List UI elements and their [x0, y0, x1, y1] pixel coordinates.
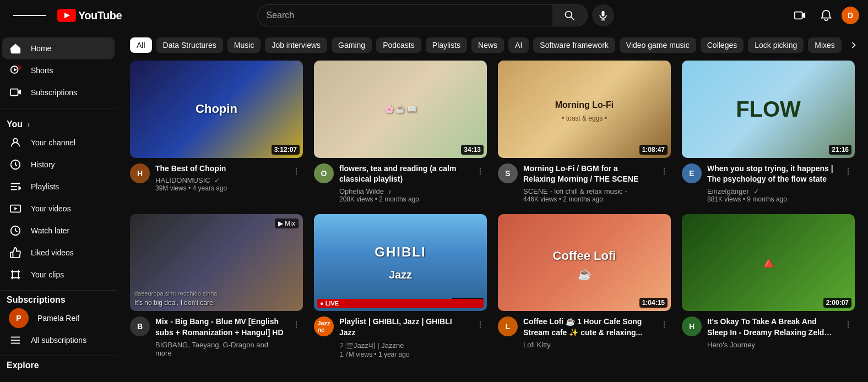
video-title-flowers: flowers, tea and reading (a calm classic…: [339, 163, 468, 185]
notifications-button[interactable]: [815, 4, 837, 26]
filter-chip-all[interactable]: All: [130, 37, 152, 53]
filter-chip-gaming[interactable]: Gaming: [332, 37, 372, 53]
your-videos-icon: [9, 202, 22, 215]
video-card-zelda[interactable]: 🔺 2:00:07 H It's Okay To Take A Break An…: [682, 214, 855, 358]
channel-avatar-zelda[interactable]: H: [682, 316, 702, 336]
sidebar-item-home[interactable]: Home: [2, 37, 115, 59]
sidebar-item-your-clips[interactable]: Your clips: [2, 264, 115, 286]
thumbnail-zelda[interactable]: 🔺 2:00:07: [682, 214, 855, 312]
avatar-inner-lofi: S: [498, 163, 518, 183]
filter-chip-video-game-music[interactable]: Video game music: [620, 37, 696, 53]
all-subscriptions-icon: [9, 334, 22, 347]
more-options-coffeelofi[interactable]: ⋮: [658, 318, 671, 331]
video-card-ghibli[interactable]: GHIBLI Jazz 10:37:31 ● LIVE Jazzne Playl…: [314, 214, 487, 358]
filter-chip-playlists[interactable]: Playlists: [426, 37, 467, 53]
video-card-lofi[interactable]: Morning Lo-Fi • toast & eggs • 1:08:47 S…: [498, 61, 671, 203]
thumbnail-flow[interactable]: FLOW 21:16: [682, 61, 855, 158]
filter-chip-music[interactable]: Music: [227, 37, 261, 53]
video-meta-lofi: Morning Lo-Fi / BGM for a Relaxing Morni…: [523, 163, 652, 203]
video-title-chopin: The Best of Chopin: [155, 163, 284, 174]
sidebar-item-history[interactable]: History: [2, 154, 115, 176]
sidebar-label-liked-videos: Liked videos: [31, 248, 74, 257]
filter-chip-news[interactable]: News: [471, 37, 504, 53]
svg-point-12: [13, 139, 17, 143]
video-channel-coffeelofi: Lofi Kitty: [523, 341, 652, 349]
video-meta-bigbang: Mix - Big Bang - Blue MV [English subs +…: [155, 316, 284, 357]
more-options-zelda[interactable]: ⋮: [842, 318, 855, 331]
sidebar-item-your-channel[interactable]: Your channel: [2, 132, 115, 154]
voice-search-button[interactable]: [592, 4, 614, 26]
thumbnail-chopin[interactable]: Chopin 3:12:07: [130, 61, 303, 158]
thumbnail-coffeelofi[interactable]: Coffee Lofi ☕ 1:04:15: [498, 214, 671, 312]
mix-badge-bigbang: ▶ Mix: [275, 219, 299, 228]
sidebar-item-liked-videos[interactable]: Liked videos: [2, 242, 115, 264]
channel-avatar-flow[interactable]: E: [682, 163, 702, 183]
create-button[interactable]: [789, 4, 811, 26]
more-options-bigbang[interactable]: ⋮: [290, 318, 303, 331]
video-meta-coffeelofi: Coffee Lofi ☕ 1 Hour Cafe Song Stream ca…: [523, 316, 652, 348]
filter-chip-colleges[interactable]: Colleges: [701, 37, 744, 53]
sidebar-item-watch-later[interactable]: Watch later: [2, 220, 115, 242]
thumbnail-ghibli[interactable]: GHIBLI Jazz 10:37:31 ● LIVE: [314, 214, 487, 312]
channel-avatar-chopin[interactable]: H: [130, 163, 150, 183]
channel-avatar-flowers[interactable]: O: [314, 163, 334, 183]
youtube-logo[interactable]: YouTube: [57, 9, 122, 22]
sidebar-item-all-subscriptions[interactable]: All subscriptions: [2, 329, 115, 351]
sidebar-item-playlists[interactable]: Playlists: [2, 176, 115, 198]
filter-chip-mixes[interactable]: Mixes: [808, 37, 842, 53]
your-clips-icon: [9, 268, 22, 281]
sidebar-item-pamela-reif[interactable]: P Pamela Reif: [2, 307, 115, 329]
you-section-header: You ›: [0, 113, 117, 132]
video-card-coffeelofi[interactable]: Coffee Lofi ☕ 1:04:15 L Coffee Lofi ☕ 1 …: [498, 214, 671, 358]
filter-chip-ai[interactable]: AI: [508, 37, 529, 53]
video-info-zelda: H It's Okay To Take A Break And Sleep In…: [682, 316, 855, 348]
hamburger-menu-button[interactable]: [9, 9, 51, 22]
channel-avatar-coffeelofi[interactable]: L: [498, 316, 518, 336]
video-meta-flow: When you stop trying, it happens | The p…: [707, 163, 836, 203]
sidebar-divider-1: [0, 108, 117, 108]
avatar-inner-flow: E: [682, 163, 702, 183]
filter-chip-data-structures[interactable]: Data Structures: [156, 37, 223, 53]
sidebar-item-your-videos[interactable]: Your videos: [2, 198, 115, 220]
more-options-chopin[interactable]: ⋮: [290, 165, 303, 178]
filter-next-button[interactable]: [846, 37, 861, 53]
video-card-chopin[interactable]: Chopin 3:12:07 H The Best of Chopin HALI…: [130, 61, 303, 203]
channel-avatar-lofi[interactable]: S: [498, 163, 518, 183]
thumbnail-bigbang[interactable]: daeeuropa.simureochido.sinha It's no big…: [130, 214, 303, 312]
thumbnail-lofi[interactable]: Morning Lo-Fi • toast & eggs • 1:08:47: [498, 61, 671, 158]
sidebar-divider-3: [0, 356, 117, 356]
chevron-right-icon: [848, 40, 859, 51]
video-title-bigbang: Mix - Big Bang - Blue MV [English subs +…: [155, 316, 284, 338]
sidebar-item-shorts[interactable]: Shorts: [2, 59, 115, 81]
sidebar-label-home: Home: [31, 44, 51, 53]
filter-chip-lock-picking[interactable]: Lock picking: [748, 37, 804, 53]
video-card-flow[interactable]: FLOW 21:16 E When you stop trying, it ha…: [682, 61, 855, 203]
duration-badge-coffeelofi: 1:04:15: [639, 298, 668, 308]
video-stats-lofi: 446K views • 2 months ago: [523, 195, 652, 203]
video-card-bigbang[interactable]: daeeuropa.simureochido.sinha It's no big…: [130, 214, 303, 358]
thumb-image-chopin: Chopin: [130, 61, 303, 158]
more-options-ghibli[interactable]: ⋮: [474, 318, 487, 331]
sidebar-label-playlists: Playlists: [31, 182, 59, 191]
sidebar-label-your-clips: Your clips: [31, 270, 64, 279]
more-options-flow[interactable]: ⋮: [842, 165, 855, 178]
thumbnail-flowers[interactable]: 🌸 ☕ 📖 34:13: [314, 61, 487, 158]
filter-chip-software-framework[interactable]: Software framework: [533, 37, 615, 53]
filter-chip-podcasts[interactable]: Podcasts: [376, 37, 421, 53]
create-icon: [794, 9, 806, 21]
video-meta-flowers: flowers, tea and reading (a calm classic…: [339, 163, 468, 203]
channel-avatar-ghibli[interactable]: Jazzne: [314, 316, 334, 336]
subscriptions-section-header: Subscriptions: [0, 295, 117, 307]
filter-chip-job-interviews[interactable]: Job interviews: [265, 37, 327, 53]
user-avatar[interactable]: D: [842, 7, 859, 24]
video-info-lofi: S Morning Lo-Fi / BGM for a Relaxing Mor…: [498, 163, 671, 203]
search-input[interactable]: [257, 4, 552, 26]
sidebar-label-history: History: [31, 160, 55, 169]
video-card-flowers[interactable]: 🌸 ☕ 📖 34:13 O flowers, tea and reading (…: [314, 61, 487, 203]
search-button[interactable]: [552, 4, 588, 26]
sidebar-item-subscriptions[interactable]: Subscriptions: [2, 81, 115, 103]
more-options-flowers[interactable]: ⋮: [474, 165, 487, 178]
channel-avatar-bigbang[interactable]: B: [130, 316, 150, 336]
more-options-lofi[interactable]: ⋮: [658, 165, 671, 178]
thumb-image-ghibli: GHIBLI Jazz: [314, 214, 487, 312]
